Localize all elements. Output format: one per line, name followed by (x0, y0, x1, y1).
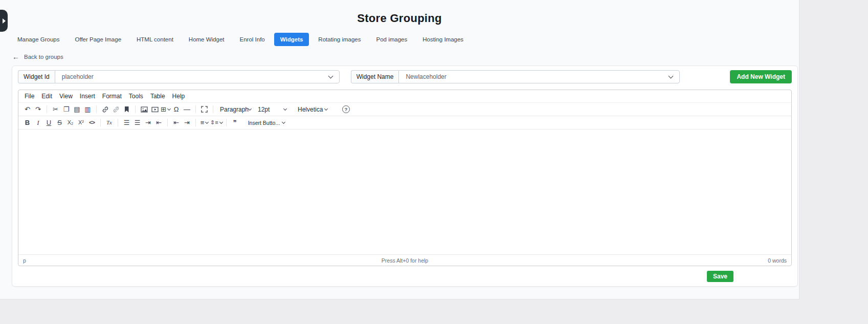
chevron-down-icon (219, 120, 223, 124)
tab-widgets[interactable]: Widgets (274, 33, 309, 46)
font-family-value: Helvetica (298, 106, 323, 113)
bold-button[interactable]: B (22, 118, 33, 128)
chevron-down-icon (282, 120, 285, 124)
subscript-icon: X₂ (68, 120, 74, 125)
line-height-button[interactable]: ⇕≡ (210, 118, 223, 128)
clear-formatting-button[interactable]: Tx (104, 118, 115, 128)
menu-file[interactable]: File (21, 91, 38, 101)
underline-button[interactable]: U (43, 118, 54, 128)
menu-edit[interactable]: Edit (38, 91, 56, 101)
element-path[interactable]: p (23, 257, 26, 264)
insert-media-button[interactable] (149, 104, 160, 115)
insert-link-button[interactable] (100, 104, 110, 115)
save-button[interactable]: Save (707, 271, 733, 282)
indent-icon: ⇥ (184, 119, 190, 126)
font-family-select[interactable]: Helvetica (294, 104, 331, 115)
media-icon (151, 106, 159, 113)
tab-manage-groups[interactable]: Manage Groups (11, 33, 65, 46)
app-page: Store Grouping Manage Groups Offer Page … (0, 0, 799, 299)
widget-name-label: Widget Name (351, 70, 399, 83)
horizontal-rule-button[interactable]: — (182, 104, 192, 115)
menu-help[interactable]: Help (169, 91, 189, 101)
tab-pod-images[interactable]: Pod images (370, 33, 413, 46)
add-new-widget-button[interactable]: Add New Widget (730, 70, 792, 83)
chevron-down-icon (324, 107, 328, 111)
menu-tools[interactable]: Tools (125, 91, 147, 101)
tab-offer-page-image[interactable]: Offer Page Image (69, 33, 127, 46)
rich-text-editor: File Edit View Insert Format Tools Table… (18, 90, 792, 266)
numbered-list-button[interactable]: ☰ (121, 118, 132, 128)
insert-button-value: Insert Butto... (248, 120, 280, 126)
align-button[interactable]: ≡ (199, 118, 210, 128)
subscript-button[interactable]: X₂ (65, 118, 76, 128)
chevron-down-icon (669, 73, 674, 78)
chevron-down-icon (205, 120, 209, 124)
cut-icon: ✂ (53, 106, 58, 113)
redo-button[interactable]: ↷ (33, 104, 43, 115)
strikethrough-button[interactable]: S (54, 118, 65, 128)
font-size-select[interactable]: 12pt (254, 104, 290, 115)
back-to-groups-link[interactable]: ← Back to groups (12, 53, 63, 61)
redo-icon: ↷ (35, 106, 41, 113)
bookmark-icon (125, 106, 129, 113)
bullet-list-button[interactable]: ☰ (132, 118, 143, 128)
widget-name-group: Widget Name Newlaceholder (351, 70, 680, 83)
menu-format[interactable]: Format (99, 91, 125, 101)
toolbar-separator (195, 119, 196, 126)
blockquote-icon: ❞ (233, 119, 237, 126)
remove-link-button[interactable] (110, 104, 121, 115)
word-count[interactable]: 0 words (768, 257, 787, 264)
tab-html-content[interactable]: HTML content (130, 33, 180, 46)
list-indent-button[interactable]: ⇥ (143, 118, 153, 128)
copy-button[interactable]: ❐ (61, 104, 72, 115)
help-button[interactable]: ? (342, 105, 350, 113)
bookmark-button[interactable] (121, 104, 132, 115)
tab-rotating-images[interactable]: Rotating images (312, 33, 367, 46)
copy-icon: ❐ (63, 106, 70, 113)
tab-bar: Manage Groups Offer Page Image HTML cont… (11, 33, 799, 46)
editor-toolbar-row2: B I U S X₂ X² <> Tx ☰ ☰ ⇥ ⇤ ⇤ ⇥ ≡ (18, 116, 791, 129)
special-character-button[interactable]: Ω (171, 104, 182, 115)
toolbar-separator (47, 105, 47, 113)
toolbar-separator (226, 119, 227, 126)
paste-as-text-button[interactable]: ▥ (82, 104, 93, 115)
insert-button-select[interactable]: Insert Butto... (244, 118, 288, 128)
blockquote-button[interactable]: ❞ (230, 118, 240, 128)
strikethrough-icon: S (57, 119, 62, 126)
paste-icon: ▤ (74, 106, 80, 113)
insert-image-button[interactable] (139, 104, 149, 115)
toolbar-separator (135, 105, 136, 113)
outdent-button[interactable]: ⇤ (171, 118, 182, 128)
widget-id-value: placeholder (62, 73, 94, 80)
menu-insert[interactable]: Insert (76, 91, 99, 101)
indent-button[interactable]: ⇥ (182, 118, 192, 128)
insert-table-button[interactable]: ⊞ (160, 104, 171, 115)
undo-button[interactable]: ↶ (22, 104, 33, 115)
menu-view[interactable]: View (56, 91, 76, 101)
list-indent-icon: ⇥ (145, 119, 151, 126)
editor-statusbar: p Press Alt+0 for help 0 words (18, 254, 791, 266)
toolbar-separator (167, 119, 168, 126)
tab-hosting-images[interactable]: Hosting Images (416, 33, 470, 46)
special-character-icon: Ω (174, 106, 179, 113)
tab-home-widget[interactable]: Home Widget (183, 33, 231, 46)
tab-enrol-info[interactable]: Enrol Info (234, 33, 271, 46)
widget-id-label: Widget Id (18, 70, 55, 83)
chevron-down-icon (167, 107, 171, 111)
paragraph-format-value: Paragraph (220, 106, 249, 113)
widget-id-select[interactable]: placeholder (55, 70, 340, 83)
paragraph-format-select[interactable]: Paragraph (216, 104, 254, 115)
menu-table[interactable]: Table (147, 91, 169, 101)
code-button[interactable]: <> (86, 118, 97, 128)
paste-button[interactable]: ▤ (72, 104, 82, 115)
cut-button[interactable]: ✂ (50, 104, 61, 115)
list-outdent-button[interactable]: ⇤ (153, 118, 164, 128)
widget-name-select[interactable]: Newlaceholder (398, 70, 680, 83)
italic-button[interactable]: I (33, 118, 43, 128)
save-row: Save (18, 271, 792, 282)
superscript-button[interactable]: X² (76, 118, 86, 128)
superscript-icon: X² (78, 120, 84, 125)
fullscreen-button[interactable] (199, 104, 210, 115)
sidebar-toggle[interactable] (0, 10, 8, 32)
editor-content-area[interactable] (18, 129, 791, 254)
